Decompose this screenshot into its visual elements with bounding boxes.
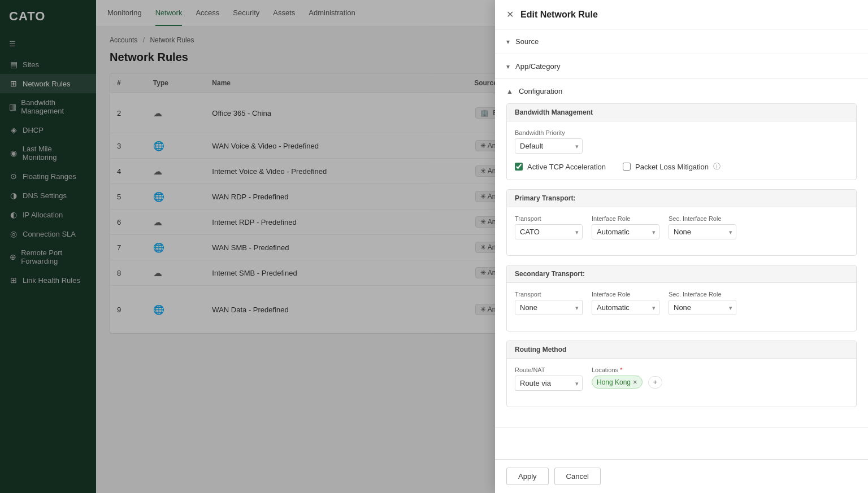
primary-interface-role-select[interactable]: Automatic WAN LAN bbox=[592, 224, 659, 239]
secondary-transport-body: Transport None CATO Interface Role bbox=[507, 283, 856, 331]
app-category-section: ▾ App/Category bbox=[495, 54, 868, 79]
packet-loss-label[interactable]: Packet Loss Mitigation bbox=[635, 163, 709, 171]
secondary-interface-role-group: Interface Role Automatic WAN LAN bbox=[592, 291, 659, 315]
secondary-sec-interface-select[interactable]: None bbox=[669, 300, 736, 315]
secondary-transport-label: Transport bbox=[515, 291, 583, 298]
secondary-interface-role-label: Interface Role bbox=[592, 291, 659, 298]
packet-loss-row: Packet Loss Mitigation ⓘ bbox=[623, 162, 721, 172]
bandwidth-priority-row: Bandwidth Priority Default High Medium L… bbox=[515, 129, 848, 154]
bandwidth-priority-select-wrap: Default High Medium Low bbox=[515, 138, 583, 154]
primary-transport-header: Primary Transport: bbox=[507, 190, 856, 207]
secondary-transport-header: Secondary Transport: bbox=[507, 265, 856, 283]
app-category-label: App/Category bbox=[515, 62, 561, 71]
primary-transport-select-wrap: CATO None bbox=[515, 224, 583, 239]
source-section: ▾ Source bbox=[495, 29, 868, 54]
locations-label: Locations bbox=[592, 367, 848, 373]
remove-location-icon[interactable]: × bbox=[633, 378, 637, 386]
bandwidth-management-header: Bandwidth Management bbox=[507, 104, 856, 121]
secondary-transport-section: Secondary Transport: Transport None CATO bbox=[506, 265, 857, 331]
primary-transport-label: Transport bbox=[515, 215, 583, 222]
secondary-sec-interface-select-wrap: None bbox=[669, 300, 736, 315]
secondary-interface-role-select[interactable]: Automatic WAN LAN bbox=[592, 300, 659, 315]
primary-sec-interface-label: Sec. Interface Role bbox=[669, 215, 736, 222]
edit-panel-header: ✕ Edit Network Rule bbox=[495, 0, 868, 29]
route-nat-group: Route/NAT Route via NAT bbox=[515, 367, 583, 391]
configuration-section: ▲ Configuration Bandwidth Management Ban… bbox=[495, 79, 868, 428]
primary-interface-role-group: Interface Role Automatic WAN LAN bbox=[592, 215, 659, 239]
packet-loss-info-icon[interactable]: ⓘ bbox=[713, 162, 721, 172]
primary-sec-interface-group: Sec. Interface Role None bbox=[669, 215, 736, 239]
app-category-accordion-header[interactable]: ▾ App/Category bbox=[495, 54, 868, 78]
source-accordion-header[interactable]: ▾ Source bbox=[495, 29, 868, 54]
route-nat-label: Route/NAT bbox=[515, 367, 583, 373]
location-name: Hong Kong bbox=[597, 378, 631, 386]
active-tcp-row: Active TCP Acceleration bbox=[515, 163, 606, 171]
active-tcp-label[interactable]: Active TCP Acceleration bbox=[527, 163, 606, 171]
primary-transport-row: Transport CATO None Interface Role bbox=[515, 215, 848, 239]
secondary-sec-interface-label: Sec. Interface Role bbox=[669, 291, 736, 298]
routing-method-row: Route/NAT Route via NAT Locations bbox=[515, 367, 848, 391]
locations-group: Locations Hong Kong × + bbox=[592, 367, 848, 389]
secondary-transport-group: Transport None CATO bbox=[515, 291, 583, 315]
edit-panel: ✕ Edit Network Rule ▾ Source ▾ App/Categ… bbox=[495, 0, 868, 493]
packet-loss-checkbox[interactable] bbox=[623, 163, 631, 171]
configuration-accordion-header[interactable]: ▲ Configuration bbox=[495, 79, 868, 103]
edit-panel-title: Edit Network Rule bbox=[520, 10, 598, 20]
secondary-transport-select-wrap: None CATO bbox=[515, 300, 583, 315]
config-chevron-icon: ▲ bbox=[506, 88, 513, 95]
route-nat-select[interactable]: Route via NAT bbox=[515, 376, 583, 391]
secondary-transport-select[interactable]: None CATO bbox=[515, 300, 583, 315]
secondary-transport-row: Transport None CATO Interface Role bbox=[515, 291, 848, 315]
primary-sec-interface-select-wrap: None bbox=[669, 224, 736, 239]
routing-method-header: Routing Method bbox=[507, 341, 856, 359]
active-tcp-checkbox[interactable] bbox=[515, 163, 523, 171]
bandwidth-management-body: Bandwidth Priority Default High Medium L… bbox=[507, 121, 856, 180]
add-icon: + bbox=[653, 378, 657, 386]
routing-method-body: Route/NAT Route via NAT Locations bbox=[507, 359, 856, 407]
source-label: Source bbox=[515, 37, 539, 46]
bandwidth-priority-group: Bandwidth Priority Default High Medium L… bbox=[515, 129, 583, 154]
primary-interface-role-select-wrap: Automatic WAN LAN bbox=[592, 224, 659, 239]
primary-transport-section: Primary Transport: Transport CATO None bbox=[506, 189, 857, 256]
apply-button[interactable]: Apply bbox=[506, 468, 549, 485]
location-tag-hong-kong: Hong Kong × bbox=[592, 376, 643, 389]
app-category-chevron-icon: ▾ bbox=[506, 63, 510, 71]
primary-transport-group: Transport CATO None bbox=[515, 215, 583, 239]
secondary-interface-role-select-wrap: Automatic WAN LAN bbox=[592, 300, 659, 315]
locations-row: Hong Kong × + bbox=[592, 376, 848, 389]
close-icon[interactable]: ✕ bbox=[506, 9, 514, 20]
primary-sec-interface-select[interactable]: None bbox=[669, 224, 736, 239]
configuration-label: Configuration bbox=[519, 87, 562, 95]
bandwidth-priority-label: Bandwidth Priority bbox=[515, 129, 583, 136]
primary-transport-body: Transport CATO None Interface Role bbox=[507, 207, 856, 255]
edit-panel-footer: Apply Cancel bbox=[495, 459, 868, 493]
primary-interface-role-label: Interface Role bbox=[592, 215, 659, 222]
checkboxes-area: Active TCP Acceleration Packet Loss Miti… bbox=[515, 162, 848, 172]
secondary-sec-interface-group: Sec. Interface Role None bbox=[669, 291, 736, 315]
primary-transport-select[interactable]: CATO None bbox=[515, 224, 583, 239]
edit-panel-body: ▾ Source ▾ App/Category ▲ Configuration … bbox=[495, 29, 868, 459]
source-chevron-icon: ▾ bbox=[506, 38, 510, 46]
routing-method-section: Routing Method Route/NAT Route via NAT bbox=[506, 341, 857, 407]
bandwidth-priority-select[interactable]: Default High Medium Low bbox=[515, 138, 583, 154]
configuration-body: Bandwidth Management Bandwidth Priority … bbox=[495, 103, 868, 427]
add-location-button[interactable]: + bbox=[648, 376, 662, 389]
bandwidth-management-section: Bandwidth Management Bandwidth Priority … bbox=[506, 103, 857, 180]
route-nat-select-wrap: Route via NAT bbox=[515, 376, 583, 391]
cancel-button[interactable]: Cancel bbox=[554, 468, 601, 485]
